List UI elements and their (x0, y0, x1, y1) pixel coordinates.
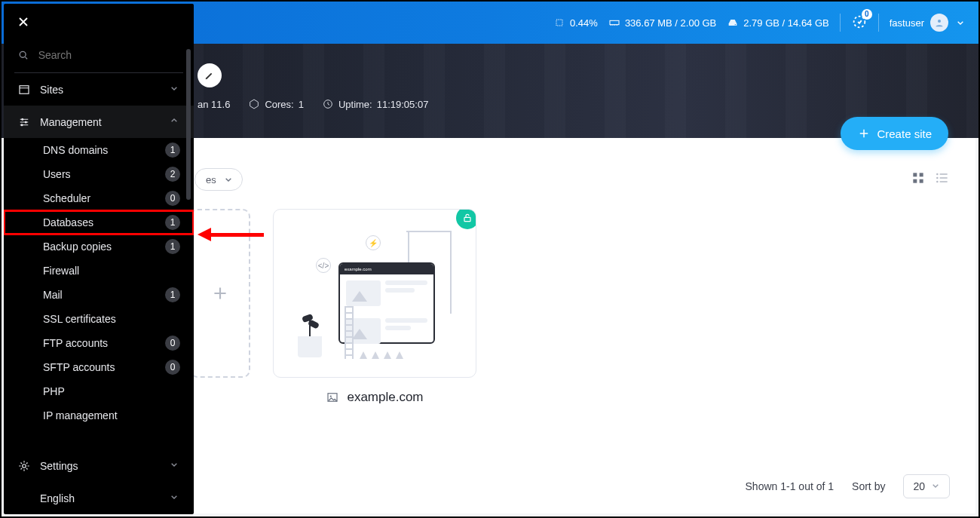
page-size-value: 20 (913, 480, 925, 492)
window-icon (17, 83, 31, 97)
gear-icon (17, 459, 31, 473)
sidebar-item-label: Backup copies (43, 241, 112, 253)
sidebar-scrollbar[interactable] (186, 49, 191, 200)
site-card[interactable]: ⚡ </> example.com example.com (273, 209, 476, 405)
sidebar-section-sites[interactable]: Sites (4, 73, 194, 106)
close-icon (16, 14, 31, 29)
sort-by-label: Sort by (852, 480, 885, 492)
svg-rect-1 (610, 20, 619, 24)
person-icon (933, 17, 945, 29)
svg-point-11 (23, 464, 26, 467)
svg-point-21 (330, 395, 332, 397)
username: fastuser (890, 17, 924, 29)
sidebar-item-ip-management[interactable]: IP management (4, 403, 194, 428)
plus-icon (210, 284, 230, 303)
sidebar-section-management[interactable]: Management (4, 106, 194, 138)
separator (840, 14, 841, 32)
sidebar-item-databases[interactable]: Databases 1 (4, 210, 194, 234)
site-illustration: ⚡ </> example.com (284, 220, 465, 366)
sidebar-item-ssl-certificates[interactable]: SSL certificates (4, 307, 194, 331)
sidebar-item-php[interactable]: PHP (4, 379, 194, 403)
svg-rect-0 (556, 20, 562, 26)
sidebar-item-badge: 0 (165, 191, 180, 206)
user-menu[interactable]: fastuser (890, 14, 966, 32)
sidebar-item-label: PHP (43, 385, 65, 397)
filter-pill-text: es (206, 174, 216, 185)
svg-point-10 (21, 124, 23, 126)
main-panel: Create site es ⚡ </ (194, 138, 975, 513)
sidebar-item-scheduler[interactable]: Scheduler 0 (4, 186, 194, 210)
chevron-down-icon (954, 17, 966, 29)
svg-point-17 (936, 177, 939, 179)
create-site-label: Create site (877, 127, 932, 140)
sidebar-section-settings[interactable]: Settings (4, 449, 194, 482)
annotation-arrow (198, 228, 264, 241)
flag-us-icon (17, 492, 31, 505)
list-view-button[interactable] (935, 170, 950, 189)
separator (878, 14, 879, 32)
sidebar-item-backup-copies[interactable]: Backup copies 1 (4, 234, 194, 259)
svg-point-16 (936, 173, 939, 176)
memory-value: 336.67 MB / 2.00 GB (625, 17, 716, 29)
list-footer: Shown 1-1 out of 1 Sort by 20 (746, 474, 950, 498)
sidebar-item-label: Databases (43, 216, 93, 228)
search-input[interactable] (38, 49, 180, 61)
sidebar-item-users[interactable]: Users 2 (4, 162, 194, 186)
svg-rect-13 (920, 173, 923, 176)
disk-icon (727, 17, 739, 29)
sidebar-item-badge: 1 (165, 215, 180, 230)
cpu-icon (553, 17, 565, 29)
close-sidebar-button[interactable] (16, 14, 31, 33)
sidebar-section-label: Sites (40, 84, 63, 96)
memory-stat: 336.67 MB / 2.00 GB (608, 17, 716, 29)
notifications-button[interactable]: 0 (851, 14, 868, 32)
avatar (930, 14, 948, 32)
sidebar-item-label: Users (43, 168, 71, 180)
create-site-button[interactable]: Create site (841, 117, 948, 150)
sidebar: Sites Management DNS domains 1 Users 2 S… (4, 4, 194, 514)
mock-url: example.com (345, 267, 372, 271)
sidebar-section-label: Management (40, 116, 102, 128)
sidebar-item-label: Firewall (43, 265, 79, 277)
sidebar-item-label: Scheduler (43, 192, 90, 204)
sidebar-item-label: SFTP accounts (43, 361, 115, 373)
svg-rect-19 (464, 217, 470, 221)
site-name-label: example.com (347, 390, 423, 405)
svg-rect-14 (913, 179, 917, 183)
sidebar-section-label: Settings (40, 460, 78, 472)
svg-point-2 (735, 24, 736, 25)
shown-count: Shown 1-1 out of 1 (746, 480, 835, 492)
sidebar-item-badge: 2 (165, 167, 180, 182)
chevron-up-icon (168, 115, 180, 127)
cpu-value: 0.44% (570, 17, 598, 29)
svg-point-9 (25, 121, 27, 123)
svg-rect-15 (920, 179, 923, 183)
chevron-down-icon (222, 173, 234, 185)
disk-value: 2.79 GB / 14.64 GB (743, 17, 828, 29)
sidebar-item-label: FTP accounts (43, 337, 108, 349)
filter-pill[interactable]: es (194, 168, 243, 191)
chevron-down-icon (168, 491, 180, 503)
cpu-stat: 0.44% (553, 17, 598, 29)
sidebar-item-mail[interactable]: Mail 1 (4, 283, 194, 307)
sidebar-item-label: DNS domains (43, 144, 108, 156)
sliders-icon (17, 115, 31, 129)
chevron-down-icon (929, 480, 942, 492)
page-size-select[interactable]: 20 (903, 474, 950, 498)
sidebar-item-ftp-accounts[interactable]: FTP accounts 0 (4, 331, 194, 355)
chevron-down-icon (168, 82, 180, 94)
sidebar-item-badge: 0 (165, 336, 180, 351)
sidebar-item-label: Mail (43, 289, 63, 301)
sidebar-item-dns-domains[interactable]: DNS domains 1 (4, 138, 194, 162)
plus-icon (857, 127, 871, 140)
svg-rect-12 (913, 173, 917, 176)
svg-rect-7 (20, 85, 29, 93)
sidebar-item-sftp-accounts[interactable]: SFTP accounts 0 (4, 355, 194, 379)
grid-view-button[interactable] (911, 170, 926, 189)
search-icon (17, 48, 29, 62)
sidebar-item-firewall[interactable]: Firewall (4, 259, 194, 283)
grid-icon (911, 170, 926, 185)
sidebar-language-selector[interactable]: English (4, 482, 194, 514)
sidebar-search[interactable] (4, 44, 194, 72)
language-label: English (40, 492, 75, 504)
